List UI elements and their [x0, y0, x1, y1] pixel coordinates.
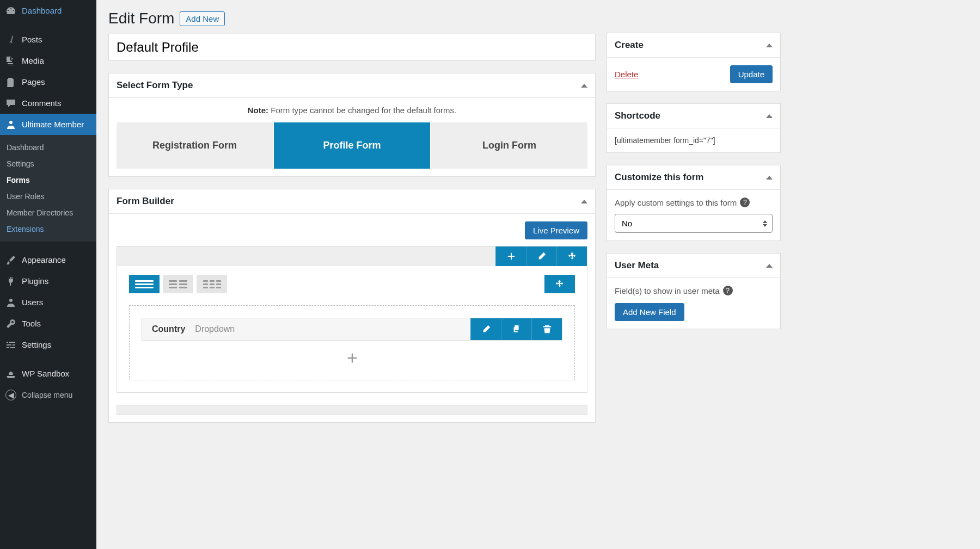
svg-point-2 — [9, 299, 13, 302]
sidebar-label: Dashboard — [22, 6, 62, 15]
panel-toggle[interactable] — [766, 114, 773, 118]
panel-toggle[interactable] — [766, 44, 773, 47]
create-panel: Create Delete Update — [607, 33, 781, 91]
sidebar-label: Plugins — [22, 276, 48, 286]
sidebar-item-users[interactable]: Users — [0, 292, 96, 313]
sidebar-submenu: Dashboard Settings Forms User Roles Memb… — [0, 135, 96, 242]
sidebar-label: Appearance — [22, 255, 66, 264]
sidebar-item-settings[interactable]: Settings — [0, 334, 96, 355]
form-builder-panel: Form Builder Live Preview — [108, 189, 596, 423]
collapse-icon: ◀ — [5, 390, 16, 400]
sidebar-label: Comments — [22, 98, 62, 108]
panel-heading: Shortcode — [615, 110, 660, 121]
pages-icon — [5, 77, 16, 88]
form-type-registration[interactable]: Registration Form — [117, 122, 273, 169]
sidebar-sub-user-roles[interactable]: User Roles — [0, 188, 96, 205]
admin-sidebar: Dashboard Posts Media Pages Comments Ult… — [0, 0, 96, 549]
panel-heading: Form Builder — [117, 196, 174, 207]
media-icon — [5, 55, 16, 66]
plug-icon — [5, 276, 16, 287]
sidebar-label: Posts — [22, 35, 42, 44]
sidebar-item-media[interactable]: Media — [0, 50, 96, 71]
form-type-profile[interactable]: Profile Form — [274, 122, 430, 169]
builder-row-placeholder — [117, 405, 587, 415]
sliders-icon — [5, 340, 16, 350]
sidebar-label: Settings — [22, 340, 51, 349]
custom-settings-select[interactable]: No — [615, 214, 773, 233]
panel-heading: Select Form Type — [117, 80, 193, 91]
form-title-input[interactable] — [108, 34, 596, 61]
sidebar-sub-forms[interactable]: Forms — [0, 172, 96, 188]
comment-icon — [5, 98, 16, 109]
help-icon[interactable]: ? — [723, 286, 733, 295]
add-field-button[interactable] — [142, 348, 562, 368]
panel-toggle[interactable] — [766, 264, 773, 268]
sidebar-item-appearance[interactable]: Appearance — [0, 249, 96, 270]
update-button[interactable]: Update — [730, 65, 773, 83]
pin-icon — [5, 34, 16, 45]
help-icon[interactable]: ? — [740, 198, 750, 207]
sidebar-item-ultimate-member[interactable]: Ultimate Member — [0, 114, 96, 135]
sidebar-label: Ultimate Member — [22, 120, 84, 129]
field-row-country: Country Dropdown — [142, 318, 562, 341]
person-icon — [5, 119, 16, 130]
dashboard-icon — [5, 5, 16, 16]
panel-heading: Customize this form — [615, 172, 703, 183]
sidebar-item-posts[interactable]: Posts — [0, 29, 96, 50]
sidebar-sub-dashboard[interactable]: Dashboard — [0, 139, 96, 156]
sandbox-icon — [5, 368, 16, 379]
sidebar-label: Tools — [22, 319, 41, 328]
page-title: Edit Form — [108, 10, 174, 27]
sidebar-label: Media — [22, 56, 44, 65]
field-delete-button[interactable] — [531, 318, 562, 340]
row-edit-button[interactable] — [526, 246, 556, 266]
panel-toggle[interactable] — [581, 84, 587, 88]
form-type-note: Note: Form type cannot be changed for th… — [117, 106, 587, 115]
panel-toggle[interactable] — [766, 176, 773, 180]
delete-link[interactable]: Delete — [615, 70, 638, 79]
field-duplicate-button[interactable] — [501, 318, 531, 340]
shortcode-text: [ultimatemember form_id="7"] — [615, 136, 715, 145]
row-move-button[interactable] — [556, 246, 587, 266]
add-new-button[interactable]: Add New — [180, 11, 225, 26]
form-type-login[interactable]: Login Form — [431, 122, 587, 169]
sidebar-item-wp-sandbox[interactable]: WP Sandbox — [0, 363, 96, 384]
panel-heading: Create — [615, 40, 644, 51]
user-icon — [5, 297, 16, 308]
column-move-button[interactable] — [544, 275, 575, 293]
shortcode-panel: Shortcode [ultimatemember form_id="7"] — [607, 103, 781, 153]
row-add-button[interactable] — [495, 246, 526, 266]
customize-label: Apply custom settings to this form — [615, 198, 737, 207]
sidebar-sub-extensions[interactable]: Extensions — [0, 221, 96, 237]
sidebar-sub-member-directories[interactable]: Member Directories — [0, 205, 96, 221]
live-preview-button[interactable]: Live Preview — [525, 221, 587, 239]
usermeta-label: Field(s) to show in user meta — [615, 286, 720, 295]
sidebar-item-comments[interactable]: Comments — [0, 92, 96, 114]
sidebar-label: WP Sandbox — [22, 369, 69, 378]
panel-toggle[interactable] — [581, 200, 587, 203]
sidebar-sub-settings[interactable]: Settings — [0, 156, 96, 172]
field-type: Dropdown — [195, 324, 235, 334]
collapse-label: Collapse menu — [22, 391, 72, 399]
add-new-field-button[interactable]: Add New Field — [615, 303, 684, 321]
sidebar-label: Pages — [22, 77, 45, 87]
layout-one-col[interactable] — [129, 275, 160, 293]
sidebar-item-dashboard[interactable]: Dashboard — [0, 0, 96, 21]
layout-two-col[interactable] — [163, 275, 193, 293]
select-form-type-panel: Select Form Type Note: Form type cannot … — [108, 73, 596, 177]
panel-heading: User Meta — [615, 260, 659, 271]
field-edit-button[interactable] — [470, 318, 501, 340]
sidebar-item-pages[interactable]: Pages — [0, 71, 96, 92]
wrench-icon — [5, 318, 16, 329]
collapse-menu[interactable]: ◀Collapse menu — [0, 384, 96, 406]
builder-canvas: Country Dropdown — [117, 246, 587, 393]
field-name: Country — [152, 324, 185, 334]
customize-panel: Customize this form Apply custom setting… — [607, 165, 781, 241]
svg-point-1 — [9, 121, 13, 124]
brush-icon — [5, 255, 16, 266]
layout-three-col[interactable] — [197, 275, 227, 293]
sidebar-item-plugins[interactable]: Plugins — [0, 270, 96, 292]
sidebar-item-tools[interactable]: Tools — [0, 313, 96, 334]
sidebar-label: Users — [22, 298, 43, 307]
usermeta-panel: User Meta Field(s) to show in user meta?… — [607, 253, 781, 329]
